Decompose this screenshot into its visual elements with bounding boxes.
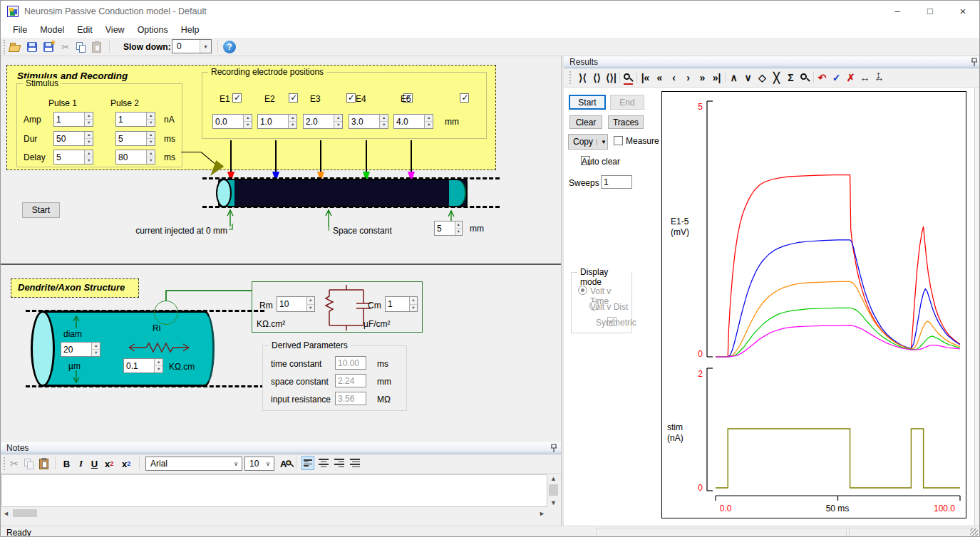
notes-copy-icon[interactable] [24, 457, 33, 471]
underline-button[interactable]: U [89, 457, 100, 471]
font-zoom-icon[interactable]: A [280, 457, 287, 471]
pin-icon[interactable] [971, 58, 978, 67]
maximize-icon[interactable]: □ [914, 1, 947, 22]
next-fast-icon[interactable]: » [696, 70, 708, 85]
last-sweep-icon[interactable]: »| [711, 70, 723, 85]
notes-paste-icon[interactable] [39, 457, 48, 471]
minimize-icon[interactable]: – [881, 1, 914, 22]
menu-edit[interactable]: Edit [71, 24, 99, 36]
pan-x-icon[interactable]: ↔ [859, 70, 871, 85]
volt-v-time-radio[interactable] [578, 286, 587, 295]
open-file-icon[interactable] [9, 40, 21, 54]
cm-spinner[interactable]: ▲▼ [385, 296, 418, 312]
e3-position-spinner[interactable]: ▲▼ [303, 114, 343, 129]
menu-file[interactable]: File [6, 24, 33, 36]
compress-x-icon[interactable]: ⟩⟨ [577, 70, 589, 85]
trace-down-icon[interactable]: ∨ [742, 70, 754, 85]
menu-model[interactable]: Model [33, 24, 71, 36]
close-icon[interactable]: × [947, 1, 979, 22]
amp-pulse1-spinner[interactable]: ▲▼ [53, 112, 93, 127]
menu-options[interactable]: Options [131, 24, 175, 36]
ri-spinner[interactable]: ▲▼ [123, 358, 163, 373]
e2-position-spinner[interactable]: ▲▼ [257, 114, 297, 129]
copy-icon[interactable] [76, 40, 86, 54]
delay-pulse2-spinner[interactable]: ▲▼ [115, 150, 155, 165]
zoom-x-icon[interactable] [622, 70, 634, 85]
menu-help[interactable]: Help [175, 24, 206, 36]
results-end-button[interactable]: End [610, 95, 644, 110]
trace-up-icon[interactable]: ∧ [728, 70, 740, 85]
pan-xy-icon[interactable]: ↔↕ [873, 70, 885, 85]
clear-button[interactable]: Clear [569, 115, 602, 129]
recording-group: Recording electrode positions E1 E2 E3 E… [202, 72, 487, 139]
electrode-line [320, 140, 321, 172]
measure-checkbox[interactable] [614, 136, 623, 145]
align-right-button[interactable] [333, 456, 346, 470]
results-start-button[interactable]: Start [569, 95, 606, 110]
sweeps-input[interactable] [601, 175, 632, 189]
app-icon [7, 6, 19, 17]
resize-grip[interactable] [970, 528, 978, 536]
toolbar-grip [4, 40, 6, 54]
delay-pulse1-spinner[interactable]: ▲▼ [53, 150, 93, 165]
notes-cut-icon[interactable]: ✂ [10, 457, 19, 471]
e1-position-spinner[interactable]: ▲▼ [212, 114, 252, 129]
dur-pulse2-spinner[interactable]: ▲▼ [115, 131, 155, 146]
e4-label: E4 [356, 94, 366, 104]
diam-spinner[interactable]: ▲▼ [61, 342, 100, 357]
prev-fast-icon[interactable]: « [654, 70, 666, 85]
paste-icon[interactable] [92, 40, 101, 54]
membrane-patch-circle [154, 301, 178, 325]
fit-x-icon[interactable]: ⟨⟩| [605, 70, 617, 85]
results-chart-area[interactable]: 50E1-5(mV)20stim(nA)0.050 ms100.0 [661, 91, 966, 518]
membrane-rc-box: Rm ▲▼ KΩ.cm² Cm ▲▼ µF/cm² [252, 281, 423, 333]
first-sweep-icon[interactable]: |« [639, 70, 651, 85]
notes-horizontal-scrollbar[interactable]: ◄ ► [1, 508, 548, 518]
traces-button[interactable]: Traces [608, 115, 644, 129]
save-as-icon[interactable]: ★ [43, 40, 53, 54]
align-center-button[interactable] [317, 456, 330, 470]
start-button[interactable]: Start [22, 202, 60, 218]
superscript-button[interactable]: x2 [105, 457, 113, 471]
slow-down-select[interactable]: 0 ▼ [172, 39, 212, 53]
italic-button[interactable]: I [76, 457, 86, 471]
autoscale-y-icon[interactable]: Σ [785, 70, 797, 85]
chevron-down-icon[interactable]: ▼ [200, 40, 211, 53]
font-select[interactable]: Arial∨ [145, 457, 242, 471]
e5-checkbox[interactable] [460, 93, 469, 103]
font-size-select[interactable]: 10∨ [244, 457, 274, 471]
accept-icon[interactable]: ✓ [830, 70, 842, 85]
copy-split-button[interactable]: Copy▼ [568, 134, 608, 150]
next-icon[interactable]: › [682, 70, 694, 85]
amp-pulse2-spinner[interactable]: ▲▼ [115, 112, 155, 127]
e5-position-spinner[interactable]: ▲▼ [393, 114, 433, 129]
undo-icon[interactable]: ↶ [816, 70, 828, 85]
rm-spinner[interactable]: ▲▼ [277, 296, 315, 312]
zoom-y-icon[interactable] [799, 70, 811, 85]
notes-vertical-scrollbar[interactable]: ▲ ▼ [547, 474, 559, 507]
pin-icon[interactable] [550, 444, 557, 453]
toolbar-separator [109, 40, 110, 53]
expand-y-icon[interactable]: ◇ [756, 70, 768, 85]
expand-x-icon[interactable]: ⟨⟩ [591, 70, 603, 85]
e3-checkbox[interactable] [346, 93, 356, 103]
e2-checkbox[interactable] [289, 93, 298, 103]
dur-pulse1-spinner[interactable]: ▲▼ [53, 131, 93, 146]
delete-icon[interactable]: ✗ [845, 70, 857, 85]
axon-length-spinner[interactable]: ▲▼ [434, 221, 463, 236]
bold-button[interactable]: B [61, 457, 72, 471]
dendrite-end-ellipse [31, 311, 55, 387]
compress-y-icon[interactable]: ╳ [770, 70, 783, 85]
save-icon[interactable] [27, 40, 37, 54]
svg-text:0: 0 [698, 349, 703, 359]
prev-icon[interactable]: ‹ [668, 70, 680, 85]
e1-checkbox[interactable] [232, 93, 242, 103]
align-left-button[interactable] [301, 456, 314, 470]
bullet-list-button[interactable] [349, 456, 361, 470]
e4-position-spinner[interactable]: ▲▼ [349, 114, 388, 129]
notes-input[interactable] [1, 474, 547, 507]
menu-view[interactable]: View [99, 24, 131, 36]
cut-icon[interactable]: ✂ [61, 40, 70, 54]
subscript-button[interactable]: x2 [122, 457, 130, 471]
help-icon[interactable]: ? [223, 40, 236, 54]
